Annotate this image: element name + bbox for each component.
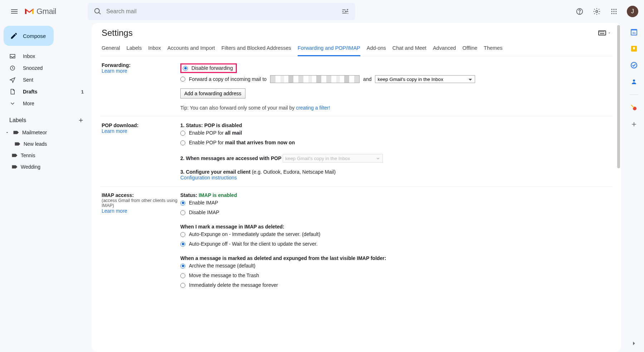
scrollbar[interactable]: [617, 25, 620, 168]
add-forwarding-address-button[interactable]: Add a forwarding address: [180, 88, 245, 98]
tab-addons[interactable]: Add-ons: [367, 42, 386, 56]
nav-sent-label: Sent: [23, 77, 84, 83]
pop-section: POP download: Learn more 1. Status: POP …: [100, 117, 613, 187]
forwarding-action-select[interactable]: keep Gmail's copy in the Inbox: [375, 75, 475, 83]
radio-imap-enable[interactable]: [180, 201, 185, 206]
tasks-app-button[interactable]: [630, 62, 638, 69]
label-new-leads-text: New leads: [24, 141, 47, 147]
calendar-app-button[interactable]: 31: [630, 29, 638, 36]
tab-inbox[interactable]: Inbox: [148, 42, 161, 56]
tab-general[interactable]: General: [102, 42, 120, 56]
svg-point-3: [611, 9, 613, 10]
imap-learn-more-link[interactable]: Learn more: [102, 208, 180, 214]
radio-expunge-on[interactable]: [180, 232, 185, 237]
svg-rect-18: [602, 32, 603, 32]
google-apps-button[interactable]: [607, 4, 621, 19]
calendar-icon: 31: [630, 29, 638, 36]
nav-more[interactable]: More: [0, 98, 88, 109]
delete-forever-label: Immediately delete the message forever: [189, 281, 278, 289]
radio-delete-forever[interactable]: [180, 283, 185, 288]
radio-imap-disable[interactable]: [180, 210, 185, 215]
label-new-leads[interactable]: New leads: [0, 138, 92, 150]
input-tools-button[interactable]: [598, 30, 611, 35]
imap-enable-label: Enable IMAP: [189, 199, 218, 207]
svg-point-10: [613, 13, 614, 14]
tab-forwarding[interactable]: Forwarding and POP/IMAP: [298, 42, 360, 56]
settings-button[interactable]: [590, 4, 604, 19]
imap-disable-label: Disable IMAP: [189, 209, 219, 216]
radio-expunge-off[interactable]: [180, 242, 185, 247]
gmail-logo[interactable]: Gmail: [24, 7, 56, 16]
chevron-down-icon: [9, 100, 16, 107]
archive-label: Archive the message (default): [189, 262, 255, 270]
nav-more-label: More: [23, 101, 84, 106]
search-button[interactable]: [91, 4, 105, 19]
addon-app-button[interactable]: [630, 104, 638, 111]
nav-inbox[interactable]: Inbox: [0, 50, 88, 62]
label-mailmeteor-text: Mailmeteor: [22, 130, 47, 135]
radio-trash[interactable]: [180, 273, 185, 278]
draft-icon: [9, 88, 16, 95]
tab-chat[interactable]: Chat and Meet: [392, 42, 426, 56]
nav-sent[interactable]: Sent: [0, 74, 88, 86]
nav-drafts[interactable]: Drafts 1: [0, 86, 88, 97]
svg-point-5: [615, 9, 616, 10]
keep-app-button[interactable]: [630, 45, 638, 52]
add-label-button[interactable]: [77, 116, 85, 125]
radio-pop-now[interactable]: [180, 140, 185, 145]
labels-heading: Labels: [9, 117, 26, 124]
labels-heading-row: Labels: [0, 110, 92, 127]
radio-archive[interactable]: [180, 264, 185, 269]
tab-themes[interactable]: Themes: [484, 42, 502, 56]
forwarding-section: Forwarding: Learn more Disable forwardin…: [100, 57, 613, 117]
menu-icon: [10, 7, 19, 16]
tab-accounts[interactable]: Accounts and Import: [167, 42, 215, 56]
forward-copy-label: Forward a copy of incoming mail to: [189, 76, 267, 83]
svg-point-6: [611, 11, 613, 12]
contacts-app-button[interactable]: [630, 78, 638, 85]
svg-point-26: [633, 79, 635, 82]
tab-labels[interactable]: Labels: [127, 42, 142, 56]
disable-forwarding-highlight: Disable forwarding: [180, 63, 237, 73]
create-filter-link[interactable]: creating a filter!: [296, 105, 330, 111]
tab-offline[interactable]: Offline: [462, 42, 477, 56]
label-tennis[interactable]: Tennis: [0, 150, 92, 161]
plus-icon: [630, 121, 638, 128]
account-avatar[interactable]: J: [627, 6, 638, 17]
side-panel-collapse-button[interactable]: [630, 339, 638, 348]
radio-disable-forwarding[interactable]: [183, 66, 188, 71]
forwarding-learn-more-link[interactable]: Learn more: [102, 68, 180, 74]
pop-when-accessed: 2. When messages are accessed with POP k…: [180, 154, 611, 163]
main-menu-button[interactable]: [6, 3, 23, 20]
label-wedding[interactable]: Wedding: [0, 161, 92, 173]
gmail-logo-text: Gmail: [36, 7, 56, 16]
imap-status: Status: IMAP is enabled: [180, 192, 611, 198]
radio-forward-copy[interactable]: [180, 77, 185, 82]
tab-filters[interactable]: Filters and Blocked Addresses: [221, 42, 291, 56]
nav-drafts-label: Drafts: [23, 89, 75, 95]
label-mailmeteor[interactable]: Mailmeteor: [0, 127, 92, 138]
pop-config-instructions-link[interactable]: Configuration instructions: [180, 175, 611, 180]
support-button[interactable]: [572, 4, 587, 19]
get-addons-button[interactable]: [630, 121, 638, 128]
app-header: Gmail J: [0, 0, 644, 23]
contacts-icon: [630, 78, 638, 85]
svg-point-8: [615, 11, 616, 12]
search-input[interactable]: [105, 8, 338, 15]
tab-advanced[interactable]: Advanced: [433, 42, 456, 56]
pop-learn-more-link[interactable]: Learn more: [102, 128, 180, 134]
search-options-button[interactable]: [338, 4, 352, 19]
forwarding-address-select[interactable]: [270, 75, 360, 83]
keep-icon: [630, 45, 638, 52]
radio-pop-all[interactable]: [180, 131, 185, 136]
imap-section: IMAP access: (access Gmail from other cl…: [100, 187, 613, 296]
sidebar: Compose Inbox Snoozed Sent Drafts 1 More…: [0, 23, 92, 352]
label-tennis-text: Tennis: [21, 153, 35, 158]
nav-snoozed[interactable]: Snoozed: [0, 62, 88, 74]
tasks-icon: [630, 62, 638, 69]
search-icon: [94, 8, 102, 15]
pencil-icon: [10, 32, 18, 40]
trash-label: Move the message to the Trash: [189, 272, 259, 279]
imap-heading: IMAP access:: [102, 192, 180, 198]
compose-button[interactable]: Compose: [4, 26, 54, 46]
